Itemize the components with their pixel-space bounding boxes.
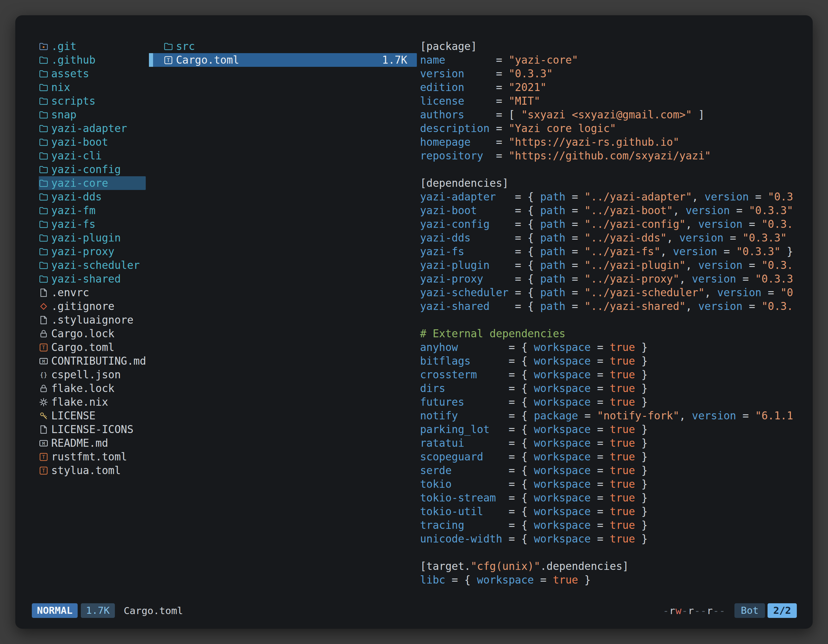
dir-row[interactable]: yazi-scheduler <box>39 259 146 272</box>
folder-icon <box>39 110 49 120</box>
entry-name: yazi-scheduler <box>51 259 140 272</box>
file-row[interactable]: .gitignore <box>39 299 146 313</box>
preview-line: yazi-shared = { path = "../yazi-shared",… <box>420 299 800 313</box>
file-size-badge: 1.7K <box>81 603 115 617</box>
toml-icon: T <box>39 343 49 352</box>
dir-row[interactable]: yazi-proxy <box>39 245 146 259</box>
entry-name: cspell.json <box>51 368 121 381</box>
preview-line: scopeguard = { workspace = true } <box>420 450 800 464</box>
md-icon: M <box>39 356 49 366</box>
file-row[interactable]: LICENSE-ICONS <box>39 423 146 436</box>
dir-row[interactable]: scripts <box>39 94 146 108</box>
file-row[interactable]: flake.nix <box>39 395 146 409</box>
svg-text:T: T <box>42 454 45 460</box>
entry-name: yazi-plugin <box>51 231 121 245</box>
preview-line: yazi-config = { path = "../yazi-config",… <box>420 217 800 231</box>
current-directory-pane: srcTCargo.toml1.7K <box>149 39 420 601</box>
folder-icon <box>39 247 49 257</box>
folder-icon <box>39 138 49 147</box>
preview-line: yazi-scheduler = { path = "../yazi-sched… <box>420 286 800 299</box>
preview-line: edition = "2021" <box>420 80 800 94</box>
svg-text:T: T <box>42 468 45 474</box>
status-bar: NORMAL 1.7K Cargo.toml -rw-r--r-- Bot 2/… <box>15 601 813 620</box>
status-bar-left: NORMAL 1.7K Cargo.toml <box>32 603 183 617</box>
entry-name: Cargo.lock <box>51 327 114 340</box>
preview-line: [package] <box>420 39 800 53</box>
dir-row[interactable]: yazi-adapter <box>39 122 146 135</box>
entry-size: 1.7K <box>382 53 417 67</box>
scroll-position-badge: Bot <box>734 603 765 617</box>
preview-line: tokio-stream = { workspace = true } <box>420 491 800 505</box>
preview-line: homepage = "https://yazi-rs.github.io" <box>420 135 800 149</box>
preview-line: yazi-plugin = { path = "../yazi-plugin",… <box>420 259 800 272</box>
folder-icon <box>39 206 49 215</box>
md-icon: M <box>39 439 49 448</box>
toml-icon: T <box>39 466 49 475</box>
preview-line: description = "Yazi core logic" <box>420 122 800 135</box>
preview-line: libc = { workspace = true } <box>420 573 800 587</box>
preview-line: yazi-boot = { path = "../yazi-boot", ver… <box>420 204 800 217</box>
dir-row[interactable]: nix <box>39 80 146 94</box>
file-row[interactable]: flake.lock <box>39 381 146 395</box>
preview-line: crossterm = { workspace = true } <box>420 368 800 381</box>
file-row[interactable]: Cargo.lock <box>39 327 146 340</box>
folder-icon <box>39 83 49 92</box>
dir-row[interactable]: yazi-boot <box>39 135 146 149</box>
dir-row[interactable]: yazi-shared <box>39 272 146 286</box>
dir-row[interactable]: yazi-cli <box>39 149 146 163</box>
dir-row[interactable]: yazi-plugin <box>39 231 146 245</box>
preview-line: yazi-dds = { path = "../yazi-dds", versi… <box>420 231 800 245</box>
file-row[interactable]: .styluaignore <box>39 313 146 327</box>
dir-row[interactable]: src <box>149 39 417 53</box>
dir-row[interactable]: yazi-fm <box>39 204 146 217</box>
entry-name: .github <box>51 53 96 67</box>
svg-text:M: M <box>42 441 45 446</box>
json-icon: {} <box>39 370 49 379</box>
dir-row[interactable]: yazi-dds <box>39 190 146 204</box>
dir-row[interactable]: assets <box>39 67 146 80</box>
entry-name: CONTRIBUTING.md <box>51 354 146 368</box>
preview-line: [dependencies] <box>420 176 800 190</box>
dir-row[interactable]: yazi-core <box>39 176 146 190</box>
folder-icon <box>39 179 49 188</box>
lock-icon <box>39 384 49 393</box>
file-row[interactable]: MREADME.md <box>39 436 146 450</box>
file-row[interactable]: Trustfmt.toml <box>39 450 146 464</box>
preview-line: yazi-proxy = { path = "../yazi-proxy", v… <box>420 272 800 286</box>
folder-icon <box>39 55 49 65</box>
folder-icon <box>39 151 49 161</box>
position-badges: Bot 2/2 <box>734 603 797 617</box>
file-row[interactable]: MCONTRIBUTING.md <box>39 354 146 368</box>
file-permissions: -rw-r--r-- <box>663 605 726 616</box>
entry-name: scripts <box>51 94 96 108</box>
entry-name: nix <box>51 80 70 94</box>
dir-row[interactable]: yazi-config <box>39 163 146 176</box>
folder-icon <box>39 96 49 106</box>
toml-icon: T <box>163 55 173 65</box>
entry-name: .git <box>51 39 76 53</box>
file-row[interactable]: Tstylua.toml <box>39 464 146 477</box>
dir-row[interactable]: yazi-fs <box>39 217 146 231</box>
preview-line: dirs = { workspace = true } <box>420 381 800 395</box>
folder-icon <box>39 192 49 202</box>
dir-row[interactable]: .github <box>39 53 146 67</box>
file-row[interactable]: TCargo.toml <box>39 340 146 354</box>
entry-name: yazi-core <box>51 176 108 190</box>
preview-line: [target."cfg(unix)".dependencies] <box>420 559 800 573</box>
entry-name: assets <box>51 67 89 80</box>
preview-line: futures = { workspace = true } <box>420 395 800 409</box>
cursor-marker <box>149 53 153 67</box>
dir-row[interactable]: .git <box>39 39 146 53</box>
dir-row[interactable]: snap <box>39 108 146 122</box>
file-row[interactable]: TCargo.toml1.7K <box>149 53 417 67</box>
entry-name: .gitignore <box>51 299 114 313</box>
entry-name: .styluaignore <box>51 313 133 327</box>
preview-line: yazi-fs = { path = "../yazi-fs", version… <box>420 245 800 259</box>
entry-name: yazi-dds <box>51 190 102 204</box>
file-row[interactable]: {}cspell.json <box>39 368 146 381</box>
folder-icon <box>39 233 49 243</box>
file-row[interactable]: .envrc <box>39 286 146 299</box>
file-preview-pane[interactable]: [package]name = "yazi-core"version = "0.… <box>420 39 800 601</box>
cursor-counter-badge: 2/2 <box>768 603 797 617</box>
file-row[interactable]: LICENSE <box>39 409 146 423</box>
